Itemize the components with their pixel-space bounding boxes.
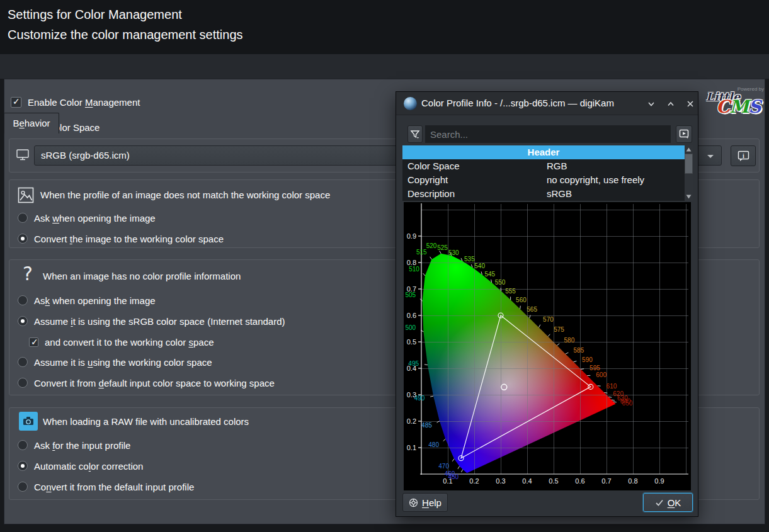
svg-text:560: 560: [516, 297, 527, 303]
radio-automatic-color-correction[interactable]: Automatic color correction: [18, 460, 143, 472]
little-cms-logo: Powered by Little CMS: [702, 86, 765, 120]
radio-convert-to-working-space[interactable]: Convert the image to the working color s…: [18, 232, 224, 245]
radio-indicator[interactable]: [18, 357, 28, 367]
check-icon: [655, 499, 664, 507]
radio-assume-working-space[interactable]: Assume it is using the working color spa…: [18, 356, 212, 368]
radio-indicator[interactable]: [18, 234, 28, 244]
table-header: Header: [402, 145, 685, 159]
svg-text:0.3: 0.3: [496, 477, 505, 485]
radio-convert-default-input-profile[interactable]: Convert it from the default input profil…: [18, 480, 194, 493]
svg-text:545: 545: [484, 271, 495, 278]
image-icon: [18, 187, 34, 203]
tab-bar: Behavior Profiles Advanced: [0, 54, 769, 79]
checkbox-indicator[interactable]: [11, 97, 21, 108]
svg-text:0.7: 0.7: [601, 477, 611, 485]
radio-indicator[interactable]: [18, 295, 28, 305]
table-row[interactable]: Copyright no copyright, use freely: [402, 173, 685, 187]
table-scrollbar[interactable]: [685, 145, 693, 201]
svg-text:0.5: 0.5: [549, 477, 558, 485]
combobox-value: sRGB (srgb-d65.icm): [41, 150, 130, 161]
scroll-down-icon[interactable]: [685, 193, 693, 201]
svg-text:610: 610: [607, 383, 617, 390]
profile-sphere-icon: [404, 97, 417, 110]
svg-text:580: 580: [564, 337, 575, 344]
info-icon: i: [738, 150, 749, 162]
svg-text:550: 550: [495, 279, 506, 286]
page-title: Settings for Color Management: [8, 8, 182, 22]
svg-text:565: 565: [527, 306, 537, 313]
radio-indicator[interactable]: [18, 440, 28, 450]
svg-text:535: 535: [464, 256, 475, 263]
svg-text:0.9: 0.9: [654, 477, 664, 485]
svg-text:i: i: [743, 152, 744, 159]
checkbox-convert-to-working[interactable]: and convert it to the working color spac…: [29, 336, 214, 348]
filter-funnel-icon: [410, 129, 420, 139]
svg-text:0.2: 0.2: [469, 477, 479, 485]
svg-text:540: 540: [474, 263, 485, 269]
panel-expand-icon: [679, 129, 690, 139]
ok-button[interactable]: OK: [643, 493, 693, 512]
dialog-title: Color Profile Info - /...srgb-d65.icm — …: [421, 98, 614, 108]
profile-properties-table[interactable]: Header Color Space RGB Copyright no copy…: [402, 145, 693, 201]
checkbox-label: Enable Color Management: [28, 97, 140, 108]
svg-text:0.8: 0.8: [628, 477, 637, 485]
svg-text:520: 520: [426, 242, 437, 249]
svg-text:500: 500: [405, 324, 416, 331]
checkbox-indicator[interactable]: [29, 337, 38, 347]
svg-text:570: 570: [543, 316, 554, 323]
svg-text:0.6: 0.6: [575, 477, 584, 485]
minimize-button[interactable]: [646, 98, 657, 110]
svg-text:650: 650: [622, 400, 633, 407]
tab-behavior[interactable]: Behavior: [4, 113, 59, 133]
svg-text:590: 590: [582, 356, 593, 363]
help-lifebuoy-icon: [409, 498, 418, 507]
svg-text:490: 490: [414, 395, 425, 402]
svg-text:495: 495: [408, 360, 419, 367]
svg-text:0.1: 0.1: [407, 444, 416, 451]
chevron-down-icon: [647, 99, 656, 108]
radio-indicator[interactable]: [18, 213, 28, 223]
search-input[interactable]: [425, 125, 671, 143]
question-icon: ?: [23, 263, 33, 285]
table-row[interactable]: Color Space RGB: [402, 159, 685, 173]
help-button[interactable]: Help: [402, 493, 448, 512]
radio-indicator[interactable]: [18, 482, 28, 492]
enable-color-management-checkbox[interactable]: Enable Color Management: [11, 96, 140, 108]
svg-text:515: 515: [416, 249, 427, 256]
scrollbar-thumb[interactable]: [685, 154, 693, 174]
radio-convert-from-default-input[interactable]: Convert it from default input color spac…: [18, 376, 275, 389]
expand-panel-button[interactable]: [676, 125, 692, 143]
scroll-up-icon[interactable]: [685, 145, 693, 154]
svg-text:0.5: 0.5: [407, 338, 416, 346]
radio-ask-input-profile[interactable]: Ask for the input profile: [18, 439, 130, 451]
radio-ask-when-opening-noprofile[interactable]: Ask when opening the image: [18, 294, 156, 307]
radio-indicator[interactable]: [18, 316, 28, 326]
group-heading: When the profile of an image does not ma…: [40, 190, 330, 200]
svg-text:460: 460: [445, 470, 455, 477]
svg-text:555: 555: [505, 288, 516, 295]
group-heading: When loading a RAW file with uncalibrate…: [43, 416, 249, 427]
close-icon: [686, 99, 695, 108]
svg-text:585: 585: [574, 347, 584, 354]
svg-text:505: 505: [405, 291, 416, 298]
svg-text:480: 480: [428, 441, 439, 448]
radio-indicator[interactable]: [18, 461, 28, 471]
dialog-titlebar[interactable]: Color Profile Info - /...srgb-d65.icm — …: [396, 92, 698, 115]
cie-chromaticity-chart: 0.10.20.30.40.50.60.70.80.90.10.20.30.40…: [404, 202, 691, 490]
table-row[interactable]: Description sRGB: [402, 187, 685, 201]
svg-text:0.6: 0.6: [407, 312, 416, 319]
powered-by-label: Powered by: [738, 86, 764, 92]
maximize-button[interactable]: [665, 98, 676, 110]
radio-ask-when-opening-mismatch[interactable]: Ask when opening the image: [18, 212, 156, 224]
filter-menu-button[interactable]: [407, 125, 423, 143]
svg-text:600: 600: [596, 371, 607, 378]
raw-camera-icon: [19, 412, 38, 431]
svg-text:510: 510: [409, 266, 419, 273]
profile-info-button[interactable]: i: [731, 145, 756, 166]
close-button[interactable]: [685, 98, 696, 110]
svg-text:575: 575: [554, 326, 564, 333]
application-window: Settings for Color Management Customize …: [0, 0, 769, 532]
settings-header: Settings for Color Management Customize …: [0, 0, 769, 54]
radio-indicator[interactable]: [18, 378, 28, 388]
radio-assume-srgb[interactable]: Assume it is using the sRGB color space …: [18, 315, 285, 327]
